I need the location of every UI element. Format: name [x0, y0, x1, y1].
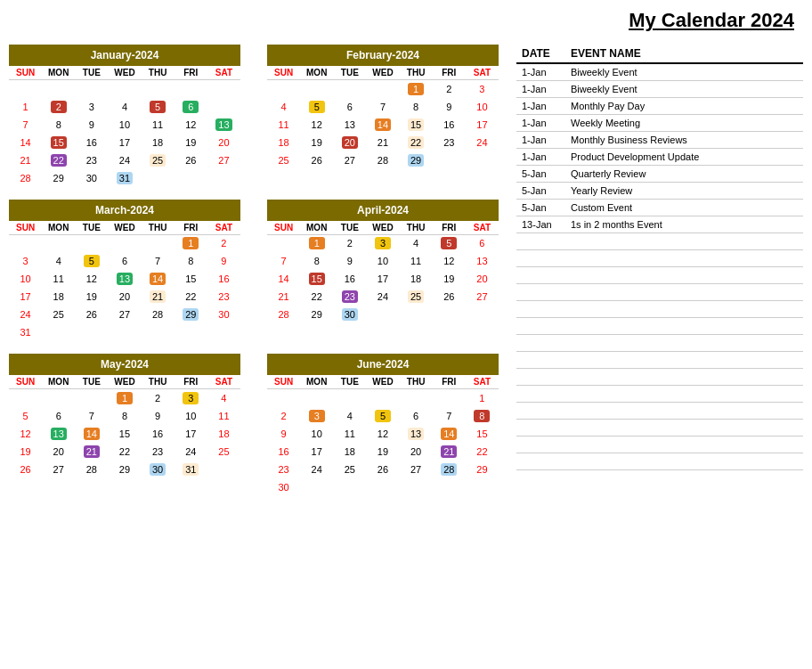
calendar-day: 30: [267, 478, 300, 496]
calendar-day: 9: [142, 407, 175, 425]
calendar-day: [366, 478, 399, 496]
calendar-day: 10: [466, 98, 499, 116]
event-name: 1s in 2 months Event: [565, 216, 803, 233]
empty-date-cell: [516, 233, 565, 250]
event-date: 1-Jan: [516, 81, 565, 98]
event-row: 1-JanWeekly Meeting: [516, 115, 803, 132]
calendar-day: 17: [366, 270, 399, 288]
calendar-day: 12: [300, 116, 333, 134]
calendar-day: [207, 98, 240, 116]
calendar-day: 28: [433, 461, 466, 478]
day-header-sat: SAT: [207, 221, 240, 235]
calendar-day: 14: [9, 134, 42, 151]
calendar-day: 15: [300, 270, 333, 288]
calendar-day: 15: [466, 425, 499, 443]
day-header-wed: WED: [108, 66, 141, 80]
calendar-day: 7: [75, 407, 108, 425]
empty-name-cell: [565, 352, 803, 369]
calendar-day: 6: [466, 234, 499, 252]
calendar-day: [366, 306, 399, 323]
day-header-tue: TUE: [333, 375, 366, 389]
calendar-day: [142, 234, 175, 252]
calendar-day: 6: [400, 407, 433, 425]
calendar-day: 19: [9, 443, 42, 461]
day-header-fri: FRI: [433, 375, 466, 389]
calendar-month-1: January-2024SUNMONTUEWEDTHUFRISAT1234567…: [9, 45, 240, 187]
calendar-day: 4: [333, 407, 366, 425]
calendar-day: 1: [175, 234, 207, 252]
calendar-day: 12: [433, 252, 466, 270]
calendar-day: [466, 478, 499, 496]
calendar-day: 7: [366, 98, 399, 116]
day-header-sun: SUN: [9, 375, 42, 389]
calendar-day: 24: [175, 443, 207, 461]
calendar-day: 18: [267, 134, 300, 151]
calendar-day: 21: [142, 288, 175, 306]
calendar-day: 10: [175, 407, 207, 425]
day-header-fri: FRI: [433, 221, 466, 235]
calendar-day: 7: [433, 407, 466, 425]
day-header-fri: FRI: [175, 221, 207, 235]
cal-grid: SUNMONTUEWEDTHUFRISAT1234567891011121314…: [267, 66, 499, 169]
empty-date-cell: [516, 369, 565, 386]
calendar-day: [366, 80, 399, 98]
empty-date-cell: [516, 420, 565, 436]
calendar-day: 21: [366, 134, 399, 151]
empty-date-cell: [516, 318, 565, 335]
calendar-day: 25: [400, 288, 433, 306]
calendar-day: 2: [207, 234, 240, 252]
calendar-day: 7: [9, 116, 42, 134]
calendar-day: 26: [9, 461, 42, 478]
empty-name-cell: [565, 250, 803, 267]
event-row: 1-JanBiweekly Event: [516, 63, 803, 81]
calendar-day: [108, 323, 141, 341]
calendar-day: 8: [108, 407, 141, 425]
calendar-day: [108, 234, 141, 252]
calendar-day: [42, 323, 75, 341]
calendar-day: 2: [333, 234, 366, 252]
calendar-day: 20: [108, 288, 141, 306]
cal-grid: SUNMONTUEWEDTHUFRISAT1234567891011121314…: [267, 375, 499, 496]
calendar-day: 18: [333, 443, 366, 461]
calendar-day: 9: [433, 98, 466, 116]
empty-date-cell: [516, 267, 565, 284]
empty-name-cell: [565, 403, 803, 420]
event-row: 13-Jan1s in 2 months Event: [516, 216, 803, 233]
event-date: 1-Jan: [516, 149, 565, 166]
calendar-day: 2: [267, 407, 300, 425]
calendar-day: 5: [300, 98, 333, 116]
calendar-day: 2: [142, 389, 175, 407]
calendar-day: 19: [175, 134, 207, 151]
empty-date-cell: [516, 335, 565, 352]
calendar-day: 25: [42, 306, 75, 323]
events-section: DATE EVENT NAME 1-JanBiweekly Event1-Jan…: [516, 45, 803, 496]
calendar-month-5: May-2024SUNMONTUEWEDTHUFRISAT12345678910…: [9, 354, 240, 496]
calendar-day: [333, 80, 366, 98]
events-table: DATE EVENT NAME 1-JanBiweekly Event1-Jan…: [516, 45, 803, 470]
calendar-day: 26: [433, 288, 466, 306]
day-header-thu: THU: [142, 66, 175, 80]
calendar-day: 8: [300, 252, 333, 270]
cal-grid: SUNMONTUEWEDTHUFRISAT1234567891011121314…: [267, 221, 499, 324]
calendar-day: 16: [267, 443, 300, 461]
month-header: May-2024: [9, 354, 240, 375]
calendar-day: 3: [75, 98, 108, 116]
calendar-day: 11: [207, 407, 240, 425]
calendar-day: [9, 80, 42, 98]
calendar-day: 21: [9, 151, 42, 169]
calendar-day: [207, 323, 240, 341]
calendar-day: 4: [42, 252, 75, 270]
calendar-day: 29: [108, 461, 141, 478]
calendar-day: 5: [433, 234, 466, 252]
calendar-month-6: June-2024SUNMONTUEWEDTHUFRISAT1234567891…: [267, 354, 499, 496]
calendar-day: 19: [433, 270, 466, 288]
calendar-day: 1: [9, 98, 42, 116]
calendar-day: [466, 151, 499, 169]
page-title: My Calendar 2024: [9, 9, 803, 32]
calendar-day: [9, 234, 42, 252]
calendar-day: 22: [108, 443, 141, 461]
calendar-day: 24: [300, 461, 333, 478]
calendar-day: 3: [466, 80, 499, 98]
calendar-day: 4: [400, 234, 433, 252]
calendar-day: 22: [42, 151, 75, 169]
